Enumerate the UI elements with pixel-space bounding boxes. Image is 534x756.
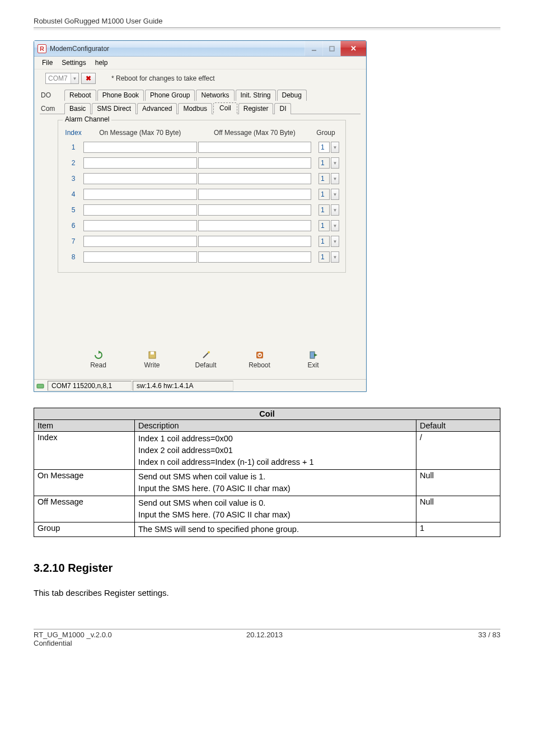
svg-rect-12: [37, 384, 44, 388]
page-footer: RT_UG_M1000 _v.2.0.0 Confidential 20.12.…: [34, 629, 500, 647]
row-index: 2: [64, 157, 83, 169]
chevron-down-icon[interactable]: ▼: [331, 204, 339, 216]
footer-confidential: Confidential: [34, 639, 246, 647]
tabs-row-1: DO Reboot Phone Book Phone Group Network…: [40, 88, 360, 101]
group-value: 1: [318, 236, 330, 247]
tab-coil[interactable]: Coil: [213, 102, 237, 114]
row-index: 1: [64, 141, 83, 153]
chevron-down-icon[interactable]: ▼: [331, 157, 339, 169]
status-version: sw:1.4.6 hw:1.4.1A: [133, 381, 233, 391]
chevron-down-icon: ▼: [71, 73, 78, 83]
chevron-down-icon[interactable]: ▼: [331, 173, 339, 184]
maximize-icon: [329, 46, 335, 52]
on-message-input[interactable]: [83, 142, 197, 153]
maximize-button[interactable]: [322, 41, 340, 56]
row-index: 7: [64, 235, 83, 248]
tab-phone-book[interactable]: Phone Book: [97, 90, 144, 101]
reboot-label: Reboot: [249, 361, 270, 369]
tab-modbus[interactable]: Modbus: [178, 103, 212, 114]
com-port-select[interactable]: COM7 ▼: [45, 73, 79, 84]
svg-point-6: [208, 351, 210, 353]
spec-table-title: Coil: [34, 408, 500, 420]
write-button[interactable]: Write: [138, 350, 167, 369]
on-message-input[interactable]: [83, 189, 197, 200]
off-message-input[interactable]: [198, 173, 311, 184]
off-message-input[interactable]: [198, 236, 311, 247]
chevron-down-icon[interactable]: ▼: [331, 189, 339, 200]
chevron-down-icon[interactable]: ▼: [331, 142, 339, 153]
refresh-icon: [93, 350, 104, 360]
blank-area: [40, 273, 360, 344]
tab-basic[interactable]: Basic: [64, 103, 91, 114]
tabs-row1-label: DO: [40, 91, 64, 101]
read-button[interactable]: Read: [84, 350, 113, 369]
exit-button[interactable]: Exit: [299, 350, 328, 369]
close-button[interactable]: ✕: [340, 41, 366, 56]
on-message-input[interactable]: [83, 157, 197, 169]
chevron-down-icon[interactable]: ▼: [331, 251, 339, 263]
window-title: ModemConfigurator: [50, 45, 305, 53]
off-message-input[interactable]: [198, 189, 311, 200]
tab-advanced[interactable]: Advanced: [137, 103, 177, 114]
exit-icon: [308, 350, 318, 360]
menu-file[interactable]: File: [38, 58, 57, 68]
save-icon: [147, 350, 157, 360]
disconnect-button[interactable]: ✖: [81, 73, 96, 84]
off-message-input[interactable]: [198, 204, 311, 216]
document-header: Robustel GoRugged M1000 User Guide: [34, 17, 500, 27]
on-message-input[interactable]: [83, 204, 197, 216]
spec-default: Null: [416, 470, 500, 496]
coil-spec-table: Coil Item Description Default IndexIndex…: [34, 408, 500, 537]
status-port: COM7 115200,n,8,1: [48, 381, 132, 391]
row-index: 5: [64, 204, 83, 216]
tab-register[interactable]: Register: [238, 103, 274, 114]
read-label: Read: [90, 361, 106, 369]
group-value: 1: [318, 189, 330, 200]
off-message-input[interactable]: [198, 251, 311, 263]
off-message-input[interactable]: [198, 157, 311, 169]
tab-networks[interactable]: Networks: [196, 90, 234, 101]
spec-default: Null: [416, 496, 500, 522]
table-row: 11▼: [64, 141, 340, 153]
menu-help[interactable]: help: [91, 58, 113, 68]
svg-line-5: [203, 352, 209, 358]
spec-desc: Index 1 coil address=0x00Index 2 coil ad…: [135, 432, 416, 470]
disconnect-icon: ✖: [86, 74, 91, 82]
menu-settings[interactable]: Settings: [57, 58, 90, 68]
section-heading: 3.2.10 Register: [34, 562, 500, 575]
col-group: Group: [312, 128, 340, 138]
default-button[interactable]: Default: [191, 350, 221, 369]
tab-init-string[interactable]: Init. String: [236, 90, 276, 101]
reboot-action-button[interactable]: Reboot: [245, 350, 274, 369]
statusbar: COM7 115200,n,8,1 sw:1.4.6 hw:1.4.1A: [34, 379, 366, 391]
off-message-input[interactable]: [198, 220, 311, 231]
tab-di[interactable]: DI: [274, 103, 291, 114]
tab-sms-direct[interactable]: SMS Direct: [92, 103, 136, 114]
spec-desc: Send out SMS when coil value is 1.Input …: [135, 470, 416, 496]
on-message-input[interactable]: [83, 220, 197, 231]
tab-reboot[interactable]: Reboot: [64, 90, 96, 101]
app-window: R ModemConfigurator ✕ File Settings help: [34, 40, 367, 392]
on-message-input[interactable]: [83, 251, 197, 263]
reboot-note: * Reboot for changes to take effect: [111, 74, 215, 82]
svg-rect-1: [330, 46, 334, 51]
on-message-input[interactable]: [83, 173, 197, 184]
row-index: 4: [64, 188, 83, 200]
spec-item: Group: [34, 522, 135, 537]
table-row: 21▼: [64, 157, 340, 169]
group-value: 1: [318, 142, 330, 153]
minimize-button[interactable]: [305, 41, 322, 56]
on-message-input[interactable]: [83, 236, 197, 247]
close-icon: ✕: [350, 44, 357, 53]
group-value: 1: [318, 204, 330, 216]
col-off-message: Off Message (Max 70 Byte): [198, 128, 312, 138]
chevron-down-icon[interactable]: ▼: [331, 236, 339, 247]
connection-icon: [34, 382, 46, 390]
group-value: 1: [318, 251, 330, 263]
tab-phone-group[interactable]: Phone Group: [145, 90, 195, 101]
spec-item: On Message: [34, 470, 135, 496]
tab-debug[interactable]: Debug: [277, 90, 307, 101]
write-label: Write: [144, 361, 160, 369]
chevron-down-icon[interactable]: ▼: [331, 220, 339, 231]
off-message-input[interactable]: [198, 142, 311, 153]
